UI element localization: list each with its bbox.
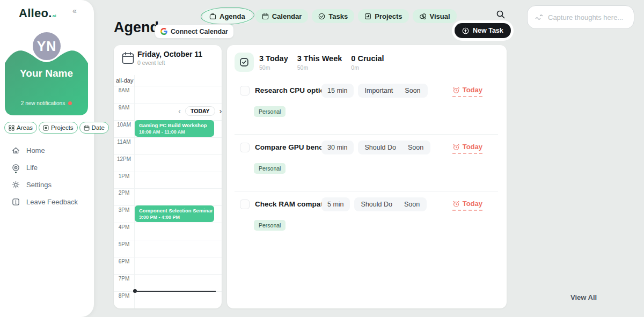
task-row: Check RAM compatibility 5 min Should Do … (227, 193, 507, 250)
check-square-icon (239, 57, 249, 67)
tab-calendar[interactable]: Calendar (255, 9, 309, 23)
hour-label: 8AM (114, 87, 134, 93)
sidebar-item-label: Life (26, 164, 38, 172)
calendar-icon (121, 51, 135, 65)
home-icon (12, 146, 20, 154)
app-logo: Alleo.ai (19, 6, 56, 20)
hour-label: 6PM (114, 259, 134, 264)
task-due-label: Today (463, 86, 482, 94)
user-name: Your Name (5, 68, 88, 79)
stat-duration: 0m (351, 64, 384, 71)
task-checkbox[interactable] (240, 143, 250, 152)
task-priority-chip[interactable]: Should Do (365, 144, 396, 151)
connect-calendar-button[interactable]: Connect Calendar (155, 24, 234, 39)
tab-tasks[interactable]: Tasks (312, 9, 354, 23)
task-tag-personal[interactable]: Personal (254, 106, 286, 117)
task-priority-chip[interactable]: Important (365, 87, 393, 94)
new-task-button[interactable]: New Task (455, 23, 511, 38)
calendar-event[interactable]: Component Selection Seminar 3:00 PM - 4:… (135, 205, 214, 222)
hour-row[interactable]: 1PM (114, 172, 222, 189)
task-priority-chip[interactable]: Should Do (361, 201, 392, 208)
filter-date-button[interactable]: Date (79, 122, 109, 134)
gear-icon (12, 181, 20, 189)
tasks-panel: 3 Today 50m 3 This Week 50m 0 Crucial 0m… (227, 45, 507, 308)
life-target-icon (12, 164, 20, 172)
filter-projects-button[interactable]: Projects (39, 122, 78, 134)
task-priority-group: Should Do Soon (354, 197, 427, 211)
events-left-label: 0 event left (137, 60, 165, 66)
task-duration-chip[interactable]: 15 min (321, 84, 354, 98)
main-nav-tabs: Agenda Calendar Tasks Projects Visual (203, 9, 457, 23)
task-urgency-chip[interactable]: Soon (405, 87, 420, 94)
task-due-badge[interactable]: Today (452, 86, 482, 97)
event-title: Component Selection Seminar (139, 208, 210, 213)
hour-row[interactable]: 7PM (114, 274, 222, 291)
task-urgency-chip[interactable]: Soon (404, 201, 420, 208)
hour-label: 4PM (114, 224, 134, 230)
task-row: Research CPU options 15 min Important So… (227, 79, 507, 136)
sidebar-item-life[interactable]: Life (12, 159, 87, 176)
current-time-line (135, 291, 216, 292)
task-tag-personal[interactable]: Personal (254, 220, 286, 231)
hour-row[interactable]: 2PM (114, 188, 222, 205)
hour-row[interactable]: 9AM (114, 103, 222, 120)
task-due-badge[interactable]: Today (452, 143, 482, 154)
all-day-row[interactable]: all-day (114, 75, 222, 86)
connect-calendar-label: Connect Calendar (171, 28, 228, 35)
task-duration-chip[interactable]: 30 min (321, 141, 354, 154)
sidebar-item-home[interactable]: Home (12, 142, 87, 159)
hour-label: 2PM (114, 190, 134, 196)
hour-label: 8PM (114, 293, 134, 299)
view-all-link[interactable]: View All (570, 293, 597, 301)
task-chips: 15 min Important Soon (321, 84, 428, 98)
hour-row[interactable]: 5PM (114, 240, 222, 257)
all-day-label: all-day (116, 77, 133, 84)
calendar-icon (262, 13, 269, 20)
hour-row[interactable]: 12PM (114, 154, 222, 172)
hour-row[interactable]: 8PM (114, 291, 222, 308)
date-calendar-icon (84, 125, 90, 131)
hour-label: 1PM (114, 173, 134, 179)
task-checkbox[interactable] (240, 200, 250, 209)
notification-dot (68, 101, 72, 105)
tasks-check-icon (318, 13, 325, 20)
task-divider (235, 134, 498, 135)
filter-areas-button[interactable]: Areas (4, 122, 37, 134)
search-button[interactable] (496, 10, 507, 20)
avatar[interactable]: YN (31, 31, 62, 62)
event-time: 10:00 AM - 11:00 AM (139, 129, 210, 135)
hour-row[interactable]: 4PM (114, 223, 222, 240)
sidebar-filters: Areas Projects Date (4, 122, 90, 134)
projects-icon (43, 125, 49, 131)
notifications-link[interactable]: 2 new notifications (5, 100, 88, 106)
tab-visual[interactable]: Visual (413, 9, 457, 23)
collapse-sidebar-icon[interactable]: « (72, 6, 77, 15)
sidebar-item-settings[interactable]: Settings (12, 176, 87, 193)
alarm-clock-icon (452, 143, 460, 151)
task-due-label: Today (463, 200, 482, 208)
capture-thoughts-input[interactable] (527, 5, 634, 29)
event-title: Gaming PC Build Workshop (139, 122, 210, 128)
sidebar-item-label: Leave Feedback (26, 198, 78, 206)
filter-label: Projects (51, 124, 74, 131)
hour-row[interactable]: 11AM (114, 137, 222, 154)
tasks-summary-icon-box (235, 53, 254, 72)
tab-projects[interactable]: Projects (358, 9, 408, 23)
calendar-event[interactable]: Gaming PC Build Workshop 10:00 AM - 11:0… (135, 120, 214, 137)
sidebar-item-leave-feedback[interactable]: Leave Feedback (12, 193, 87, 210)
task-tag-personal[interactable]: Personal (254, 163, 286, 174)
tab-agenda[interactable]: Agenda (203, 9, 252, 23)
hour-row[interactable]: 8AM (114, 86, 222, 103)
notifications-label: 2 new notifications (21, 100, 65, 106)
task-due-badge[interactable]: Today (452, 200, 482, 211)
task-urgency-chip[interactable]: Soon (408, 144, 423, 151)
task-checkbox[interactable] (240, 86, 250, 95)
tab-label: Agenda (219, 12, 245, 20)
capture-thoughts-box (527, 5, 634, 29)
task-duration-chip[interactable]: 5 min (321, 197, 350, 211)
stat-count: 0 (351, 54, 355, 63)
hour-label: 3PM (114, 207, 134, 213)
sidebar: Alleo.ai « YN Your Name 2 new notificati… (0, 0, 94, 317)
hour-row[interactable]: 6PM (114, 257, 222, 274)
task-chips: 30 min Should Do Soon (321, 141, 430, 154)
